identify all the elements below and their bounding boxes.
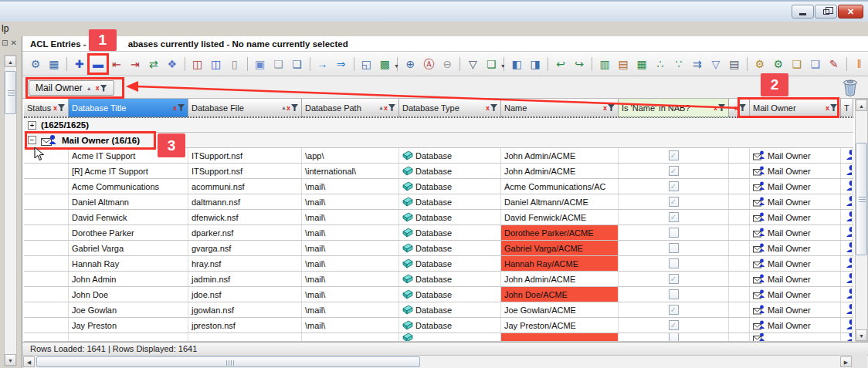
column-filter-icon[interactable]: x bbox=[287, 104, 298, 112]
table-row[interactable]: Acme Communications acommuni.nsf \mail\ … bbox=[24, 179, 853, 194]
cell-name[interactable]: Daniel Altmann/ACME bbox=[501, 194, 619, 209]
cell-mail-owner[interactable]: Mail Owner bbox=[750, 318, 841, 333]
cell-database-file[interactable]: jdoe.nsf bbox=[188, 287, 302, 302]
cell-name[interactable]: Gabriel Varga/ACME bbox=[501, 241, 619, 255]
group-row-mail-owner[interactable]: − Mail Owner (16/16) bbox=[24, 133, 853, 148]
process-flow-icon[interactable]: ⇉ bbox=[690, 56, 705, 72]
table-row[interactable]: John Admin jadmin.nsf \mail\ Database Jo… bbox=[24, 272, 853, 287]
cell-database-file[interactable]: jadmin.nsf bbox=[188, 272, 302, 286]
cell-database-title[interactable]: John Doe bbox=[69, 287, 188, 302]
cell-database-type[interactable]: Database bbox=[399, 225, 501, 240]
return-value-icon[interactable]: ↩ bbox=[553, 56, 568, 72]
cell-database-title[interactable]: [R] Acme IT Support bbox=[69, 164, 188, 178]
cell-database-title[interactable] bbox=[69, 333, 188, 341]
column-header-t[interactable]: T bbox=[841, 99, 853, 117]
cell-mail-owner[interactable]: Mail Owner bbox=[750, 241, 841, 255]
name-in-nab-checkbox[interactable] bbox=[669, 243, 679, 253]
add-to-group-icon[interactable]: ✚ bbox=[72, 56, 87, 72]
name-in-nab-checkbox[interactable] bbox=[669, 228, 679, 238]
cell-name[interactable] bbox=[501, 333, 619, 341]
cell-mail-owner[interactable]: Mail Owner bbox=[750, 256, 841, 271]
cell-database-type[interactable]: Database bbox=[399, 179, 501, 194]
table-row[interactable]: David Fenwick dfenwick.nsf \mail\ Databa… bbox=[24, 210, 853, 225]
name-in-nab-checkbox[interactable] bbox=[669, 333, 679, 341]
cell-database-path[interactable]: \mail\ bbox=[302, 287, 399, 302]
cell-database-path[interactable]: \mail\ bbox=[302, 194, 399, 209]
column-header-is-name-in-nab-[interactable]: Is 'Name' in NAB? x bbox=[619, 99, 729, 117]
edit-document-icon[interactable]: ✎ bbox=[826, 56, 842, 72]
cell-database-file[interactable]: dparker.nsf bbox=[188, 225, 302, 240]
sort-asc-icon[interactable]: ▲ bbox=[86, 86, 92, 91]
settings-folder-icon[interactable]: ⚙ bbox=[752, 56, 768, 72]
dropdown-caret-icon[interactable]: ▾ bbox=[395, 59, 398, 74]
cell-name[interactable]: John Admin/ACME bbox=[501, 164, 619, 178]
table-row[interactable]: Hannah Ray hray.nsf \mail\ Database Hann… bbox=[24, 256, 853, 272]
table-row[interactable] bbox=[24, 333, 853, 342]
filter-clear-icon[interactable]: x bbox=[96, 84, 107, 92]
column-header-blank[interactable]: x bbox=[729, 99, 750, 117]
name-in-nab-checkbox[interactable]: ✓ bbox=[669, 181, 679, 191]
filter-eye-icon[interactable]: ▽ bbox=[708, 56, 724, 72]
table-row[interactable]: Jay Preston jpreston.nsf \mail\ Database… bbox=[24, 318, 853, 333]
cell-database-type[interactable]: Database bbox=[399, 302, 501, 317]
cell-database-path[interactable] bbox=[302, 333, 399, 341]
cell-mail-owner[interactable]: Mail Owner bbox=[750, 148, 841, 163]
scroll-right-icon[interactable]: ▶ bbox=[840, 356, 852, 367]
view-settings-icon[interactable]: ⚙ bbox=[28, 56, 43, 72]
cell-name[interactable]: Hannah Ray/ACME bbox=[501, 256, 619, 271]
minimize-button[interactable] bbox=[792, 5, 814, 19]
cell-database-file[interactable]: acommuni.nsf bbox=[188, 179, 302, 194]
hide-column-icon[interactable]: ▯ bbox=[227, 56, 242, 72]
cell-mail-owner[interactable]: Mail Owner bbox=[750, 287, 841, 302]
cell-database-title[interactable]: Acme IT Support bbox=[69, 148, 188, 163]
name-in-nab-checkbox[interactable] bbox=[669, 289, 679, 299]
name-in-nab-checkbox[interactable] bbox=[669, 258, 679, 268]
sort-asc-icon[interactable]: ▲ bbox=[281, 105, 287, 110]
scroll-left-icon[interactable]: ◀ bbox=[23, 356, 35, 367]
cell-database-path[interactable]: \mail\ bbox=[302, 210, 399, 225]
restore-button[interactable] bbox=[815, 5, 837, 19]
group-expander-button[interactable]: + bbox=[28, 121, 36, 130]
cell-mail-owner[interactable]: Mail Owner bbox=[750, 164, 841, 178]
cell-database-file[interactable]: daltmann.nsf bbox=[188, 194, 302, 209]
filter-funnel-icon[interactable]: ▽ bbox=[465, 56, 480, 72]
shift-column-right-icon[interactable]: ◨ bbox=[527, 56, 543, 72]
cell-mail-owner[interactable]: Mail Owner bbox=[750, 272, 841, 286]
column-filter-icon[interactable]: x bbox=[826, 104, 837, 112]
cell-database-path[interactable]: \app\ bbox=[302, 148, 399, 163]
refresh-groups-icon[interactable]: ⇄ bbox=[146, 56, 161, 72]
export-all-icon[interactable]: ⇒ bbox=[334, 56, 349, 72]
group-by-chip-mail-owner[interactable]: Mail Owner ▲ x bbox=[29, 80, 114, 96]
name-in-nab-checkbox[interactable]: ✓ bbox=[669, 166, 679, 176]
compare-columns-icon[interactable]: ▥ bbox=[597, 56, 612, 72]
cell-database-path[interactable]: \mail\ bbox=[302, 302, 399, 317]
cell-database-title[interactable]: Daniel Altmann bbox=[69, 194, 188, 209]
cell-database-type[interactable]: Database bbox=[399, 241, 501, 255]
cell-mail-owner[interactable]: Mail Owner bbox=[750, 194, 841, 209]
shift-column-left-icon[interactable]: ◧ bbox=[509, 56, 524, 72]
table-row[interactable]: [R] Acme IT Support ITSupport.nsf \inter… bbox=[24, 164, 853, 179]
column-ruler-icon[interactable]: ▤ bbox=[615, 56, 631, 72]
cell-database-path[interactable]: \mail\ bbox=[302, 225, 399, 240]
cell-database-file[interactable]: jgowlan.nsf bbox=[188, 302, 302, 317]
split-column-icon[interactable]: ◫ bbox=[209, 56, 224, 72]
cell-mail-owner[interactable]: Mail Owner bbox=[750, 210, 841, 225]
cell-name[interactable]: Jay Preston/ACME bbox=[501, 318, 619, 333]
cell-mail-owner[interactable]: Mail Owner bbox=[750, 179, 841, 194]
column-header-database-file[interactable]: Database File ▲ x bbox=[188, 99, 302, 117]
cell-database-title[interactable]: John Admin bbox=[69, 272, 188, 286]
column-filter-icon[interactable]: x bbox=[53, 104, 65, 112]
cell-name[interactable]: John Admin/ACME bbox=[501, 272, 619, 286]
settings-verify-icon[interactable]: ⚙ bbox=[771, 56, 786, 72]
cell-database-type[interactable]: Database bbox=[399, 256, 501, 271]
group-expander-button[interactable]: − bbox=[28, 136, 36, 144]
horizontal-scrollbar[interactable]: ◀ ▶ bbox=[22, 355, 868, 368]
column-filter-icon[interactable]: x bbox=[173, 104, 185, 112]
vscroll-thumb[interactable] bbox=[856, 143, 867, 255]
cell-database-type[interactable]: Database bbox=[399, 318, 501, 333]
dock-scroll-up-icon[interactable]: ▲ bbox=[5, 56, 16, 67]
dropdown-caret-icon[interactable]: ▾ bbox=[501, 59, 504, 74]
column-filter-icon[interactable]: x bbox=[714, 104, 725, 112]
cell-database-file[interactable] bbox=[188, 333, 302, 341]
data-grid-icon[interactable]: ▦ bbox=[46, 56, 62, 72]
